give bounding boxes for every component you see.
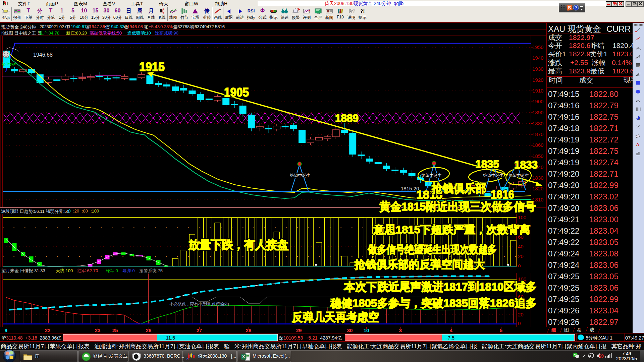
- svg-text:1816: 1816: [491, 188, 514, 201]
- svg-text:意思1815下超跌严重，次数背离: 意思1815下超跌严重，次数背离: [373, 224, 530, 236]
- svg-text:抢钱俱乐部的反弹空间越大: 抢钱俱乐部的反弹空间越大: [354, 258, 485, 270]
- svg-text:反弹几天再考虑空: 反弹几天再考虑空: [291, 310, 379, 323]
- svg-text:1889: 1889: [335, 112, 359, 124]
- svg-text:1915: 1915: [139, 60, 165, 74]
- svg-text:1833: 1833: [514, 158, 538, 171]
- svg-text:绝望中诞生: 绝望中诞生: [421, 173, 442, 178]
- svg-text:稳健1805多参与，突破1835回落1826追多: 稳健1805多参与，突破1835回落1826追多: [330, 297, 537, 309]
- svg-text:本次下跌近尾声激进1817到1810区域多: 本次下跌近尾声激进1817到1810区域多: [344, 280, 537, 293]
- svg-text:做多信号绝望诞生出现次数越多: 做多信号绝望诞生出现次数越多: [368, 243, 497, 255]
- svg-text:绝望中诞生: 绝望中诞生: [483, 173, 503, 178]
- svg-text:1905: 1905: [224, 85, 249, 99]
- svg-text:绝望中诞生: 绝望中诞生: [508, 173, 529, 178]
- svg-text:绝望中诞生: 绝望中诞生: [290, 173, 310, 178]
- svg-text:放量下跌，有人接盘: 放量下跌，有人接盘: [188, 238, 288, 251]
- svg-text:抢钱俱乐部: 抢钱俱乐部: [431, 182, 486, 195]
- svg-text:X: X: [242, 354, 245, 359]
- svg-text:黄金1815附近出现三次做多信号: 黄金1815附近出现三次做多信号: [379, 200, 536, 213]
- svg-text:1835: 1835: [475, 158, 499, 170]
